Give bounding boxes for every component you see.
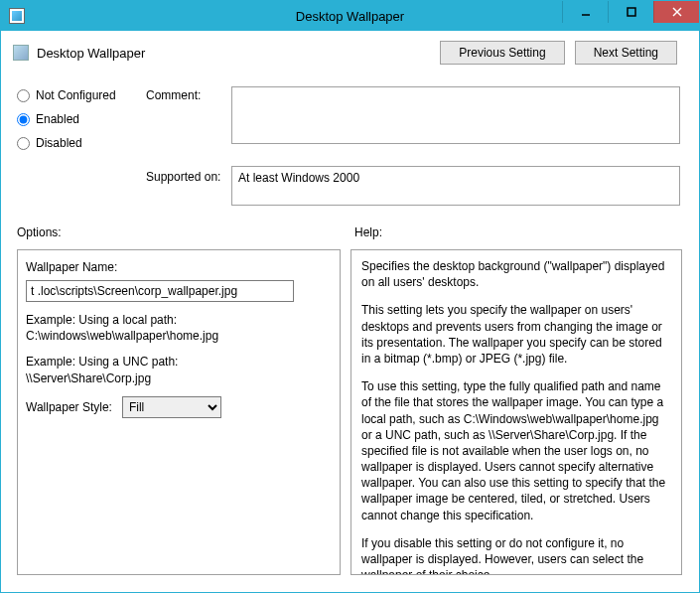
example-unc-value: \\Server\Share\Corp.jpg bbox=[26, 371, 332, 386]
example-unc-label: Example: Using a UNC path: bbox=[26, 354, 332, 370]
example-local: Example: Using a local path: C:\windows\… bbox=[26, 312, 332, 344]
wallpaper-style-row: Wallpaper Style: Fill bbox=[26, 396, 332, 418]
wallpaper-style-label: Wallpaper Style: bbox=[26, 400, 112, 414]
options-panel: Wallpaper Name: Example: Using a local p… bbox=[17, 249, 341, 575]
supported-on-value: At least Windows 2000 bbox=[231, 166, 680, 206]
radio-enabled-input[interactable] bbox=[17, 113, 30, 126]
nav-buttons: Previous Setting Next Setting bbox=[440, 41, 687, 65]
example-local-value: C:\windows\web\wallpaper\home.jpg bbox=[26, 328, 332, 344]
help-paragraph: If you disable this setting or do not co… bbox=[361, 535, 671, 575]
close-button[interactable] bbox=[653, 1, 699, 23]
example-local-label: Example: Using a local path: bbox=[26, 312, 332, 328]
wallpaper-name-input[interactable] bbox=[26, 280, 294, 302]
help-paragraph: To use this setting, type the fully qual… bbox=[361, 378, 671, 523]
help-panel[interactable]: Specifies the desktop background ("wallp… bbox=[350, 249, 682, 575]
wallpaper-style-select[interactable]: Fill bbox=[122, 396, 221, 418]
comment-label: Comment: bbox=[146, 88, 201, 102]
maximize-icon bbox=[627, 7, 636, 17]
minimize-icon bbox=[581, 7, 591, 17]
supported-on-label: Supported on: bbox=[146, 170, 220, 184]
radio-enabled[interactable]: Enabled bbox=[17, 112, 116, 126]
radio-not-configured-input[interactable] bbox=[17, 89, 30, 102]
radio-disabled-input[interactable] bbox=[17, 137, 30, 150]
policy-icon bbox=[13, 45, 29, 61]
titlebar[interactable]: Desktop Wallpaper bbox=[1, 1, 699, 31]
radio-disabled[interactable]: Disabled bbox=[17, 136, 116, 150]
previous-setting-button[interactable]: Previous Setting bbox=[440, 41, 564, 65]
radio-enabled-label: Enabled bbox=[36, 112, 79, 126]
options-section-label: Options: bbox=[17, 225, 62, 239]
system-menu-icon[interactable] bbox=[9, 8, 25, 24]
state-radio-group: Not Configured Enabled Disabled bbox=[17, 88, 116, 150]
comment-textarea[interactable] bbox=[231, 86, 680, 144]
header-row: Desktop Wallpaper Previous Setting Next … bbox=[7, 31, 693, 80]
help-paragraph: Specifies the desktop background ("wallp… bbox=[361, 258, 671, 290]
next-setting-button[interactable]: Next Setting bbox=[575, 41, 677, 65]
svg-rect-1 bbox=[628, 8, 635, 16]
example-unc: Example: Using a UNC path: \\Server\Shar… bbox=[26, 354, 332, 385]
radio-disabled-label: Disabled bbox=[36, 136, 82, 150]
maximize-button[interactable] bbox=[608, 1, 653, 23]
help-paragraph: This setting lets you specify the wallpa… bbox=[361, 302, 671, 367]
radio-not-configured[interactable]: Not Configured bbox=[17, 88, 116, 102]
radio-not-configured-label: Not Configured bbox=[36, 88, 116, 102]
policy-editor-window: Desktop Wallpaper Desktop Wallpaper Prev… bbox=[0, 0, 700, 593]
close-icon bbox=[672, 7, 682, 17]
minimize-button[interactable] bbox=[562, 1, 608, 23]
help-section-label: Help: bbox=[354, 225, 382, 239]
window-controls bbox=[562, 1, 699, 23]
client-area: Desktop Wallpaper Previous Setting Next … bbox=[7, 31, 693, 586]
wallpaper-name-label: Wallpaper Name: bbox=[26, 260, 332, 274]
policy-name: Desktop Wallpaper bbox=[37, 46, 145, 61]
